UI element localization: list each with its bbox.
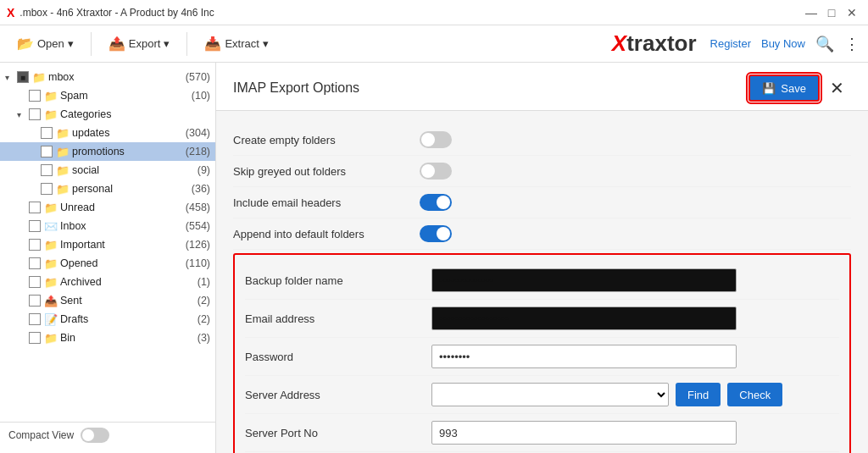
list-item[interactable]: 📁 Bin (3) [0,329,215,347]
tree-check-sent[interactable] [29,295,41,307]
backup-folder-label: Backup folder name [245,274,415,287]
tree-check-unread[interactable] [29,202,41,213]
spam-count: (10) [192,90,210,102]
updates-label: updates [72,127,183,139]
list-item[interactable]: 📁 Unread (458) [0,198,215,217]
brand-x-icon: X [612,30,626,57]
list-item[interactable]: 📁 Opened (110) [0,254,215,273]
titlebar-controls: — □ ✕ [802,3,861,22]
opened-label: Opened [60,257,183,269]
password-label: Password [245,351,415,363]
backup-folder-input[interactable] [431,268,737,292]
menu-icon[interactable]: ⋮ [844,35,860,53]
server-address-select[interactable] [431,383,669,406]
promotions-count: (218) [186,146,210,157]
list-item[interactable]: 📁 promotions (218) [0,142,215,161]
save-button[interactable]: 💾 Save [748,75,820,102]
extract-label: Extract [225,37,259,50]
open-button[interactable]: 📂 Open ▾ [8,31,82,56]
list-item[interactable]: 📁 Important (126) [0,235,215,254]
append-default-toggle[interactable] [420,225,452,242]
panel-close-button[interactable]: ✕ [823,75,851,102]
list-item[interactable]: 📁 updates (304) [0,124,215,142]
unread-folder-icon: 📁 [44,202,58,214]
categories-folder-icon: 📁 [44,108,58,121]
inbox-icon: ✉️ [44,220,58,233]
tree-check-personal[interactable] [41,183,53,195]
tree-check-drafts[interactable] [29,313,41,325]
list-item[interactable]: ✉️ Inbox (554) [0,217,215,235]
maximize-button[interactable]: □ [822,3,841,22]
tree-check-promotions[interactable] [41,146,53,157]
include-headers-label: Include email headers [233,196,403,209]
search-icon[interactable]: 🔍 [815,35,834,53]
tree-check-inbox[interactable] [29,220,41,232]
content-panel: IMAP Export Options 💾 Save ✕ Create empt… [216,63,868,453]
export-icon: 📤 [108,36,125,52]
titlebar-left: X .mbox - 4n6 Xtraxtor - A Product by 4n… [7,6,214,19]
unread-count: (458) [186,202,210,213]
server-port-control [431,421,839,445]
tree-check-categories[interactable] [29,108,41,120]
list-item[interactable]: 📤 Sent (2) [0,291,215,310]
app-logo-icon: X [7,6,14,19]
personal-count: (36) [192,183,210,195]
toolbar-divider-1 [91,32,92,56]
find-button[interactable]: Find [676,383,721,406]
extract-icon: 📥 [204,36,221,52]
check-button[interactable]: Check [727,383,782,406]
brand-name: traxtor [626,30,696,57]
list-item[interactable]: ▾ 📁 Categories [0,105,215,124]
tree-root[interactable]: ▾ ■ 📁 mbox (570) [0,68,215,86]
root-label: mbox [48,71,183,83]
brand-nav: Register Buy Now 🔍 ⋮ [710,35,860,53]
promotions-folder-icon: 📁 [56,146,70,158]
export-arrow-icon: ▾ [164,37,170,50]
updates-folder-icon: 📁 [56,127,70,140]
titlebar-title: .mbox - 4n6 Xtraxtor - A Product by 4n6 … [19,7,214,19]
list-item[interactable]: 📁 social (9) [0,161,215,180]
list-item[interactable]: 📁 Spam (10) [0,86,215,105]
tree-check-root[interactable]: ■ [17,71,29,83]
tree-check-updates[interactable] [41,127,53,139]
password-control [431,345,839,368]
password-input[interactable] [431,345,737,368]
create-empty-control [420,131,851,148]
updates-count: (304) [186,127,210,139]
list-item[interactable]: 📁 personal (36) [0,180,215,198]
create-empty-toggle[interactable] [420,131,452,148]
buy-now-link[interactable]: Buy Now [761,37,805,50]
panel-header: IMAP Export Options 💾 Save ✕ [216,63,868,111]
tree-check-bin[interactable] [29,332,41,344]
minimize-button[interactable]: — [802,3,821,22]
tree-check-important[interactable] [29,239,41,251]
save-label: Save [781,82,806,95]
personal-label: personal [72,183,189,195]
open-arrow-icon: ▾ [68,37,74,50]
tree-check-social[interactable] [41,164,53,176]
toolbar: 📂 Open ▾ 📤 Export ▾ 📥 Extract ▾ X traxto… [0,25,868,63]
brand-logo: X traxtor [612,30,697,57]
tree-check-spam[interactable] [29,90,41,102]
extract-button[interactable]: 📥 Extract ▾ [196,31,276,56]
unread-label: Unread [60,202,183,213]
titlebar: X .mbox - 4n6 Xtraxtor - A Product by 4n… [0,0,868,25]
list-item[interactable]: 📁 Archived (1) [0,273,215,291]
list-item[interactable]: 📝 Drafts (2) [0,310,215,329]
drafts-icon: 📝 [44,313,58,326]
server-port-input[interactable] [431,421,737,445]
register-link[interactable]: Register [710,37,751,50]
options-content: Create empty folders Skip greyed out fol… [216,111,868,453]
skip-greyed-toggle[interactable] [420,163,452,180]
append-default-control [420,225,851,242]
tree-check-archived[interactable] [29,276,41,288]
include-headers-toggle[interactable] [420,194,452,211]
export-button[interactable]: 📤 Export ▾ [100,31,179,56]
brand-area: X traxtor Register Buy Now 🔍 ⋮ [612,30,860,57]
tree-check-opened[interactable] [29,257,41,269]
email-input[interactable] [431,307,737,330]
compact-view-toggle[interactable] [81,428,109,443]
folder-icon: 📁 [32,71,46,84]
sidebar-bottom: Compact View [0,422,215,448]
window-close-button[interactable]: ✕ [843,3,861,22]
